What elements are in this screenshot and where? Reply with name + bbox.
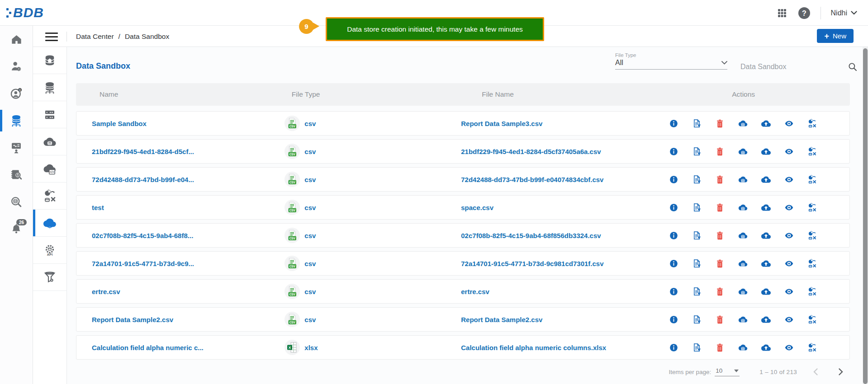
delete-icon[interactable] (715, 231, 725, 240)
sidebar-item-account-info[interactable]: i (0, 80, 33, 107)
sidebar-item-notifications[interactable]: 26 (0, 215, 33, 243)
cloud-upload-icon[interactable] (761, 343, 771, 352)
preview-eye-icon[interactable] (784, 259, 794, 268)
data-prep-icon[interactable] (807, 147, 817, 156)
subsidebar-item-data-filter[interactable] (33, 264, 66, 291)
subsidebar-item-data-sandbox[interactable] (33, 210, 66, 237)
search-field[interactable]: Data Sandbox (740, 62, 857, 71)
file-filter-icon[interactable] (692, 175, 702, 184)
sidebar-item-home[interactable] (0, 26, 33, 53)
info-icon[interactable] (669, 119, 678, 128)
help-icon[interactable]: ? (798, 7, 811, 19)
file-filter-icon[interactable] (692, 147, 702, 156)
row-name-link[interactable]: test (76, 204, 277, 211)
file-filter-icon[interactable] (692, 203, 702, 212)
delete-icon[interactable] (715, 119, 725, 128)
data-prep-icon[interactable] (807, 343, 817, 352)
items-per-page-select[interactable]: 10 (715, 367, 740, 376)
cloud-upload-icon[interactable] (761, 259, 771, 268)
subsidebar-item-cloud-database[interactable] (33, 128, 66, 155)
row-file-name-link[interactable]: Calculation field alpha numeric columns.… (453, 344, 637, 351)
preview-eye-icon[interactable] (784, 231, 794, 240)
info-icon[interactable] (669, 175, 678, 184)
user-menu[interactable]: Nidhi (831, 9, 857, 17)
bdb-logo[interactable]: BDB (6, 4, 44, 21)
breadcrumb-data-center[interactable]: Data Center (76, 33, 114, 41)
info-icon[interactable] (669, 203, 678, 212)
sidebar-item-data-center[interactable] (0, 107, 33, 134)
row-name-link[interactable]: Report Data Sample2.csv (76, 316, 277, 323)
cloud-datastore-icon[interactable] (738, 259, 748, 268)
preview-eye-icon[interactable] (784, 203, 794, 212)
row-file-name-link[interactable]: space.csv (453, 204, 637, 211)
info-icon[interactable] (669, 315, 678, 324)
delete-icon[interactable] (715, 147, 725, 156)
row-file-name-link[interactable]: 72d42488-dd73-47bd-b99f-e04074834cbf.csv (453, 176, 637, 183)
cloud-datastore-icon[interactable] (738, 175, 748, 184)
info-icon[interactable] (669, 343, 678, 352)
preview-eye-icon[interactable] (784, 315, 794, 324)
subsidebar-item-api-services[interactable]: API (33, 237, 66, 264)
data-prep-icon[interactable] (807, 231, 817, 240)
sidebar-item-data-search[interactable] (0, 188, 33, 215)
breadcrumb-data-sandbox[interactable]: Data Sandbox (125, 33, 169, 41)
cloud-upload-icon[interactable] (761, 203, 771, 212)
delete-icon[interactable] (715, 343, 725, 352)
cloud-datastore-icon[interactable] (738, 343, 748, 352)
cloud-upload-icon[interactable] (761, 147, 771, 156)
sidebar-item-publish-board[interactable] (0, 134, 33, 161)
row-name-link[interactable]: 02c7f08b-82f5-4c15-9ab4-68f8... (76, 232, 277, 239)
search-icon[interactable] (848, 62, 857, 71)
info-icon[interactable] (669, 259, 678, 268)
info-icon[interactable] (669, 287, 678, 296)
preview-eye-icon[interactable] (784, 343, 794, 352)
subsidebar-item-data-store[interactable] (33, 74, 66, 101)
row-file-name-link[interactable]: Report Data Sample3.csv (453, 120, 637, 127)
cloud-datastore-icon[interactable] (738, 119, 748, 128)
sidebar-item-user-settings[interactable] (0, 53, 33, 80)
row-file-name-link[interactable]: 72a14701-91c5-4771-b73d-9c981cd7301f.csv (453, 260, 637, 267)
file-filter-icon[interactable] (692, 119, 702, 128)
row-name-link[interactable]: 21bdf229-f945-4ed1-8284-d5cf... (76, 148, 277, 155)
subsidebar-item-cloud-code[interactable]: </> (33, 155, 66, 183)
cloud-upload-icon[interactable] (761, 315, 771, 324)
preview-eye-icon[interactable] (784, 119, 794, 128)
preview-eye-icon[interactable] (784, 287, 794, 296)
delete-icon[interactable] (715, 203, 725, 212)
subsidebar-item-data-home[interactable] (33, 47, 66, 74)
apps-grid-icon[interactable] (776, 7, 788, 19)
row-file-name-link[interactable]: Report Data Sample2.csv (453, 316, 637, 323)
cloud-upload-icon[interactable] (761, 175, 771, 184)
file-filter-icon[interactable] (692, 287, 702, 296)
delete-icon[interactable] (715, 315, 725, 324)
row-file-name-link[interactable]: ertre.csv (453, 288, 637, 295)
hamburger-menu-icon[interactable] (45, 31, 58, 42)
info-icon[interactable] (669, 231, 678, 240)
file-filter-icon[interactable] (692, 343, 702, 352)
new-button[interactable]: + New (817, 29, 854, 43)
data-prep-icon[interactable] (807, 259, 817, 268)
row-name-link[interactable]: 72d42488-dd73-47bd-b99f-e04... (76, 176, 277, 183)
data-prep-icon[interactable] (807, 287, 817, 296)
cloud-upload-icon[interactable] (761, 119, 771, 128)
cloud-datastore-icon[interactable] (738, 315, 748, 324)
previous-page-button[interactable] (809, 365, 822, 379)
row-file-name-link[interactable]: 02c7f08b-82f5-4c15-9ab4-68f856db3324.csv (453, 232, 637, 239)
row-name-link[interactable]: Calculation field alpha numeric c... (76, 344, 277, 351)
data-prep-icon[interactable] (807, 315, 817, 324)
data-prep-icon[interactable] (807, 203, 817, 212)
delete-icon[interactable] (715, 287, 725, 296)
file-filter-icon[interactable] (692, 231, 702, 240)
preview-eye-icon[interactable] (784, 147, 794, 156)
preview-eye-icon[interactable] (784, 175, 794, 184)
subsidebar-item-data-prep[interactable] (33, 183, 66, 210)
cloud-datastore-icon[interactable] (738, 203, 748, 212)
subsidebar-item-servers[interactable] (33, 101, 66, 128)
cloud-upload-icon[interactable] (761, 287, 771, 296)
row-name-link[interactable]: 72a14701-91c5-4771-b73d-9c9... (76, 260, 277, 267)
data-prep-icon[interactable] (807, 119, 817, 128)
cloud-upload-icon[interactable] (761, 231, 771, 240)
cloud-datastore-icon[interactable] (738, 147, 748, 156)
cloud-datastore-icon[interactable] (738, 287, 748, 296)
cloud-datastore-icon[interactable] (738, 231, 748, 240)
